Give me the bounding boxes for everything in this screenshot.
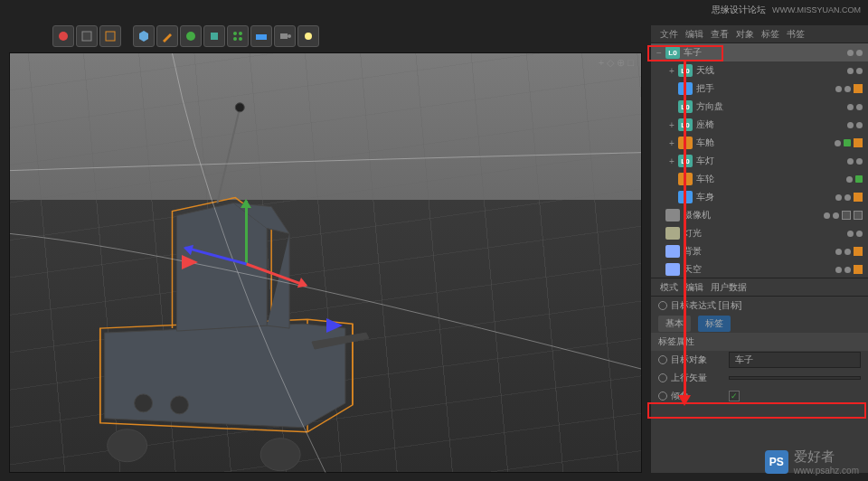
- tag-icon[interactable]: [854, 138, 863, 147]
- pen-tool-button[interactable]: [156, 25, 178, 47]
- menu-tag[interactable]: 标签: [761, 28, 779, 40]
- svg-rect-8: [256, 34, 267, 40]
- gizmo-x-axis[interactable]: [246, 263, 307, 288]
- tag-icon[interactable]: [855, 175, 863, 183]
- vehicle-bounds: [64, 165, 372, 436]
- tag-icon[interactable]: [844, 267, 851, 273]
- attr-edit[interactable]: 编辑: [685, 281, 703, 293]
- tag-icon[interactable]: [856, 231, 863, 237]
- tag-icon[interactable]: [835, 140, 841, 146]
- tag-icon[interactable]: [835, 249, 842, 255]
- svg-point-7: [239, 37, 242, 41]
- svg-rect-1: [82, 32, 91, 41]
- tag-icon[interactable]: [847, 50, 854, 56]
- annotation-arrow: [684, 61, 686, 403]
- tag-icon[interactable]: [846, 176, 853, 183]
- tag-icon[interactable]: [854, 211, 863, 220]
- object-label: 背景: [684, 245, 702, 258]
- tag-icon[interactable]: [854, 247, 863, 256]
- x-axis-flag: [182, 255, 198, 269]
- field-bullet: [658, 355, 667, 364]
- watermark-br-text: 爱好者: [794, 448, 859, 466]
- tag-icon[interactable]: [844, 249, 851, 255]
- tag-icon[interactable]: [854, 84, 863, 93]
- section-label: 标签属性: [658, 335, 694, 348]
- tab-tag[interactable]: 标签: [698, 316, 731, 332]
- svg-point-5: [239, 32, 242, 35]
- tag-icon[interactable]: [847, 231, 854, 237]
- object-type-icon: [665, 263, 680, 276]
- tag-icon[interactable]: [856, 50, 863, 56]
- object-manager-menu: 文件 编辑 查看 对象 标签 书签: [651, 25, 868, 43]
- svg-rect-9: [280, 33, 288, 39]
- generator-button[interactable]: [180, 25, 202, 47]
- bottom-watermark: PS 爱好者 www.psahz.com: [765, 448, 859, 476]
- field-bullet: [658, 373, 667, 382]
- object-label: 方向盘: [696, 100, 723, 113]
- svg-point-17: [235, 103, 244, 112]
- tag-icon[interactable]: [835, 194, 842, 201]
- expand-icon[interactable]: +: [667, 156, 676, 166]
- deformer-button[interactable]: [203, 25, 225, 47]
- z-axis-flag: [326, 318, 343, 333]
- annotation-highlight-top: [647, 45, 723, 61]
- tag-icon[interactable]: [833, 212, 839, 219]
- svg-point-0: [59, 32, 68, 41]
- menu-file[interactable]: 文件: [660, 28, 678, 40]
- camera-button[interactable]: [274, 25, 296, 47]
- tag-icon[interactable]: [854, 265, 863, 274]
- watermark-logo: PS: [765, 450, 788, 474]
- sky-button[interactable]: [250, 25, 272, 47]
- upvec-field[interactable]: [729, 376, 861, 380]
- 3d-viewport[interactable]: + ◇ ⊕ □: [9, 52, 642, 473]
- expand-icon[interactable]: +: [667, 66, 676, 76]
- object-type-icon: [665, 209, 680, 222]
- object-label: 车舱: [696, 137, 714, 149]
- cube-primitive-button[interactable]: [133, 25, 155, 47]
- svg-point-6: [233, 37, 237, 41]
- tag-icon[interactable]: [835, 86, 842, 92]
- watermark-url: WWW.MISSYUAN.COM: [772, 5, 861, 14]
- expand-icon[interactable]: +: [667, 120, 676, 130]
- object-label: 车灯: [696, 155, 714, 167]
- tag-icon[interactable]: [835, 267, 842, 273]
- object-type-icon: [665, 245, 680, 258]
- tag-icon[interactable]: [856, 122, 863, 128]
- tag-icon[interactable]: [847, 158, 854, 165]
- upvec-label: 上行矢量: [671, 372, 725, 384]
- object-label: 把手: [696, 82, 714, 95]
- tag-icon[interactable]: [854, 193, 863, 202]
- tag-icon[interactable]: [824, 212, 830, 219]
- tag-icon[interactable]: [842, 211, 851, 220]
- menu-edit[interactable]: 编辑: [685, 28, 703, 40]
- svg-rect-2: [106, 32, 115, 41]
- tag-icon[interactable]: [856, 104, 863, 110]
- play-button[interactable]: [76, 25, 98, 47]
- tag-icon[interactable]: [847, 104, 854, 110]
- tag-icon[interactable]: [844, 139, 851, 146]
- menu-view[interactable]: 查看: [711, 28, 729, 40]
- tag-icon[interactable]: [844, 86, 851, 92]
- target-label: 目标对象: [671, 354, 725, 366]
- angle-checkbox[interactable]: [729, 391, 740, 401]
- tag-icon[interactable]: [856, 68, 863, 74]
- tag-icon[interactable]: [844, 194, 851, 201]
- tag-icon[interactable]: [856, 158, 863, 165]
- menu-object[interactable]: 对象: [736, 28, 754, 40]
- svg-point-11: [305, 33, 312, 40]
- light-button[interactable]: [297, 25, 319, 47]
- object-type-icon: [665, 227, 680, 240]
- attr-mode[interactable]: 模式: [660, 281, 678, 293]
- gizmo-y-axis[interactable]: [245, 201, 248, 264]
- record-button[interactable]: [52, 25, 74, 47]
- tag-icon[interactable]: [847, 122, 854, 128]
- array-button[interactable]: [227, 25, 249, 47]
- timeline-button[interactable]: [99, 25, 121, 47]
- field-bullet: [658, 391, 667, 401]
- tag-icon[interactable]: [847, 68, 854, 74]
- target-value-field[interactable]: 车子: [729, 352, 861, 368]
- svg-point-13: [260, 439, 300, 471]
- expand-icon[interactable]: +: [667, 138, 676, 148]
- attr-userdata[interactable]: 用户数据: [711, 281, 747, 293]
- menu-bookmark[interactable]: 书签: [787, 28, 805, 40]
